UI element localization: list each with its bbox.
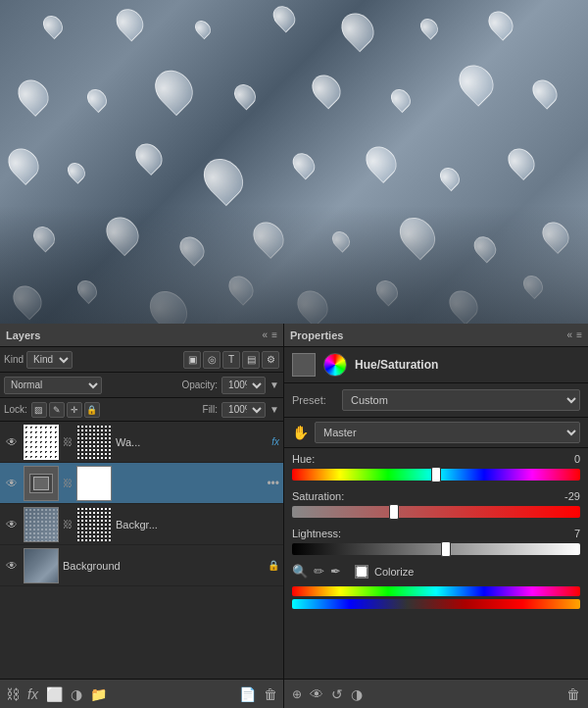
properties-header-icons: « ≡ xyxy=(567,329,582,340)
saturation-label: Saturation: xyxy=(292,490,344,502)
lock-label: Lock: xyxy=(4,404,27,415)
new-layer-icon[interactable]: 📄 xyxy=(239,686,256,702)
saturation-value: -29 xyxy=(564,490,580,502)
layer-visibility-toggle[interactable]: 👁 xyxy=(4,476,20,491)
lightness-slider-track[interactable] xyxy=(292,543,580,555)
layer-item[interactable]: 👁 ⛓ Wa... fx xyxy=(0,422,283,463)
lightness-slider-row: Lightness: 7 xyxy=(284,523,588,560)
filter-pixel-icon[interactable]: ▣ xyxy=(183,351,201,369)
layer-name: Wa... xyxy=(116,436,268,448)
hue-sat-title: Hue/Saturation xyxy=(355,358,438,372)
colorize-checkbox[interactable] xyxy=(356,566,368,578)
properties-panel: Properties « ≡ Hue/Saturation Preset: Cu… xyxy=(284,324,588,708)
lock-icons-group: ▨ ✎ ✛ 🔒 xyxy=(31,402,100,418)
layer-thumbnail xyxy=(24,425,59,460)
layer-thumbnail xyxy=(24,466,59,501)
lock-all-btn[interactable]: 🔒 xyxy=(84,402,100,418)
opacity-arrow[interactable]: ▼ xyxy=(270,379,279,390)
properties-panel-title: Properties xyxy=(290,329,343,341)
filter-icons-group: ▣ ◎ T ▤ ⚙ xyxy=(183,351,279,369)
layer-chain-icon: ⛓ xyxy=(63,478,73,488)
layer-options-dots[interactable]: ••• xyxy=(267,477,279,490)
fill-arrow[interactable]: ▼ xyxy=(270,404,279,415)
hue-value: 0 xyxy=(574,453,580,465)
lock-transparent-btn[interactable]: ▨ xyxy=(31,402,47,418)
preset-row: Preset: Custom Default Cyanotype Increas… xyxy=(284,383,588,418)
layer-lock-icon: 🔒 xyxy=(268,560,279,571)
add-mask-icon[interactable]: ⬜ xyxy=(46,686,63,702)
lock-move-btn[interactable]: ✛ xyxy=(67,402,82,418)
fill-select[interactable]: 100% xyxy=(221,402,266,418)
hue-slider-track[interactable] xyxy=(292,469,580,480)
hue-slider-thumb[interactable] xyxy=(431,467,441,482)
layers-panel-header-icons: « ≡ xyxy=(263,329,277,340)
props-delete-icon[interactable]: 🗑 xyxy=(566,686,580,702)
props-eye-icon[interactable]: 👁 xyxy=(310,686,323,702)
props-visibility-icon[interactable]: ◑ xyxy=(351,686,363,702)
layers-collapse-icon[interactable]: « xyxy=(263,329,269,340)
lock-row: Lock: ▨ ✎ ✛ 🔒 Fill: 100% ▼ xyxy=(0,398,283,422)
link-layers-icon[interactable]: ⛓ xyxy=(6,686,20,702)
layers-menu-icon[interactable]: ≡ xyxy=(271,329,277,340)
props-reset-icon[interactable]: ↺ xyxy=(331,686,343,702)
saturation-slider-track[interactable] xyxy=(292,506,580,518)
filter-kind-select[interactable]: Kind xyxy=(26,351,73,369)
hand-tool-icon[interactable]: ✋ xyxy=(292,425,309,440)
colorize-checkbox-bg xyxy=(355,565,368,579)
layer-chain-icon: ⛓ xyxy=(63,519,73,530)
new-layer-btn[interactable]: ⊕ xyxy=(292,687,302,701)
channel-row: ✋ Master Reds Yellows Greens Cyans Blues… xyxy=(284,418,588,448)
filter-smart-icon[interactable]: ⚙ xyxy=(262,351,279,369)
spectrum-bars xyxy=(284,582,588,616)
saturation-slider-thumb[interactable] xyxy=(389,504,399,520)
layer-item[interactable]: 👁 ⛓ ••• xyxy=(0,463,283,504)
eyedropper-3-icon[interactable]: ✒ xyxy=(330,564,341,579)
layer-item[interactable]: 👁 Background 🔒 xyxy=(0,545,283,586)
adjustment-layer-thumb xyxy=(292,353,316,377)
layer-mask-thumbnail xyxy=(76,425,112,460)
eyedropper-1-icon[interactable]: 🔍 xyxy=(292,564,308,579)
layers-filter-row: Kind Kind ▣ ◎ T ▤ ⚙ xyxy=(0,347,283,373)
spectrum-bar-bottom xyxy=(292,599,580,609)
delete-layer-icon[interactable]: 🗑 xyxy=(264,686,277,702)
layers-panel: Layers « ≡ Kind Kind ▣ ◎ T ▤ ⚙ Normal xyxy=(0,324,284,708)
layer-visibility-toggle[interactable]: 👁 xyxy=(4,434,20,450)
layer-mask-thumbnail xyxy=(76,466,112,501)
properties-collapse-icon[interactable]: « xyxy=(567,329,573,340)
lightness-value: 7 xyxy=(574,528,580,539)
saturation-slider-row: Saturation: -29 xyxy=(284,485,588,523)
colorize-label: Colorize xyxy=(374,566,414,578)
preset-label: Preset: xyxy=(292,394,336,406)
fill-label: Fill: xyxy=(203,404,219,415)
new-adjustment-icon[interactable]: ◑ xyxy=(71,686,82,702)
filter-shape-icon[interactable]: ▤ xyxy=(242,351,260,369)
new-group-icon[interactable]: 📁 xyxy=(90,686,107,702)
layers-panel-header: Layers « ≡ xyxy=(0,324,283,347)
eyedropper-2-icon[interactable]: ✏ xyxy=(314,564,324,579)
properties-menu-icon[interactable]: ≡ xyxy=(576,329,582,340)
layer-visibility-toggle[interactable]: 👁 xyxy=(4,558,20,574)
properties-panel-header: Properties « ≡ xyxy=(284,324,588,347)
layer-fx-badge: fx xyxy=(271,436,279,447)
channel-select[interactable]: Master Reds Yellows Greens Cyans Blues M… xyxy=(315,422,580,443)
layers-toolbar: ⛓ fx ⬜ ◑ 📁 📄 🗑 xyxy=(0,679,283,708)
add-fx-icon[interactable]: fx xyxy=(27,686,38,702)
filter-adjust-icon[interactable]: ◎ xyxy=(203,351,220,369)
layer-name: Background xyxy=(63,560,264,572)
preset-select[interactable]: Custom Default Cyanotype Increase Red Ol… xyxy=(342,389,580,411)
properties-toolbar: ⊕ 👁 ↺ ◑ 🗑 xyxy=(284,679,588,708)
blend-mode-select[interactable]: Normal xyxy=(4,377,102,394)
lightness-label: Lightness: xyxy=(292,528,341,539)
layer-visibility-toggle[interactable]: 👁 xyxy=(4,517,20,532)
lock-pixels-btn[interactable]: ✎ xyxy=(49,402,65,418)
layer-item[interactable]: 👁 ⛓ Backgr... xyxy=(0,504,283,545)
hue-slider-row: Hue: 0 xyxy=(284,448,588,485)
canvas-area xyxy=(0,0,588,324)
lightness-slider-thumb[interactable] xyxy=(441,541,451,557)
spectrum-bar-top xyxy=(292,586,580,596)
filter-text-icon[interactable]: T xyxy=(222,351,240,369)
hue-label: Hue: xyxy=(292,453,315,465)
blend-mode-row: Normal Opacity: 100% ▼ xyxy=(0,373,283,398)
hue-sat-icon xyxy=(323,353,347,377)
opacity-select[interactable]: 100% xyxy=(221,377,266,394)
